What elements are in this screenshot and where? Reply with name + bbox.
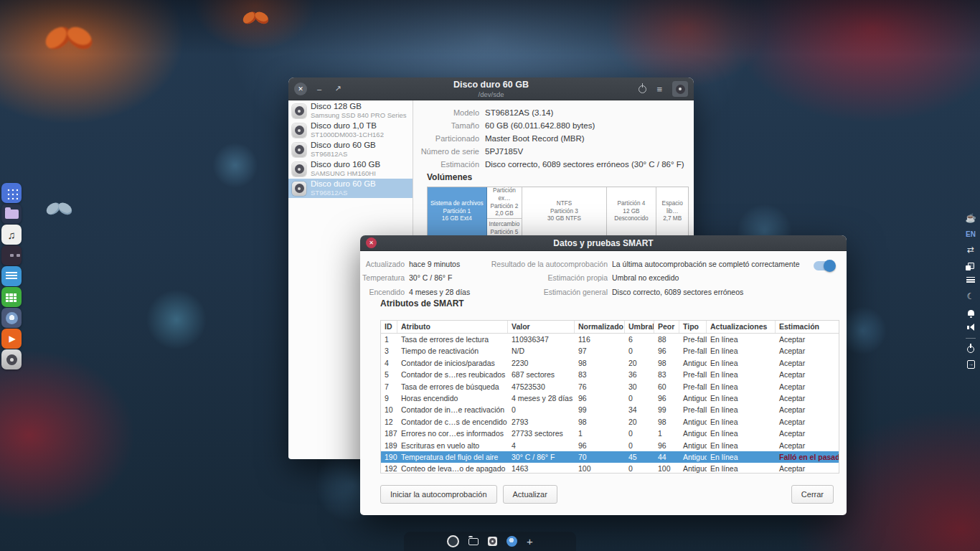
sidebar-disk-item[interactable]: Disco duro 1,0 TBST1000DM003-1CH162 [288,121,413,140]
grid-dots [6,187,18,199]
smart-info-label: Resultado de la autocomprobación [481,260,608,268]
refresh-button[interactable]: Actualizar [503,485,557,504]
menu-lines-icon[interactable] [966,276,975,285]
volume-partition[interactable]: Partición 412 GB Desconocido [607,187,657,236]
table-row[interactable]: 190Temperatura del flujo del aire30° C /… [381,451,839,463]
table-header-cell[interactable]: Atributo [397,321,508,333]
table-header-cell[interactable]: Tipo [679,321,707,333]
notifications-icon[interactable] [968,308,974,316]
volume-partition[interactable]: NTFSPartición 330 GB NTFS [522,187,606,236]
table-header-cell[interactable]: Valor [508,321,575,333]
disk-glyph [295,126,304,135]
table-cell-threshold: 20 [625,416,654,428]
file-manager-icon[interactable] [1,204,22,224]
table-cell-threshold: 34 [625,404,654,415]
table-row[interactable]: 192Conteo de leva…o de apagado1463100010… [381,463,839,474]
smart-info-value: 30° C / 86° F [409,273,452,282]
table-row[interactable]: 3Tiempo de reactivaciónN/D97096Pre-fallo… [381,345,839,357]
volume-partition-label: IntercambioPartición 5 [487,219,522,236]
sync-icon[interactable]: ⇄ [967,245,974,255]
disk-item-subtitle: ST96812AS [311,189,376,197]
disks-app-icon[interactable] [1,349,22,369]
sidebar-disk-item[interactable]: Disco duro 160 GBSAMSUNG HM160HI [288,159,413,179]
table-header-cell[interactable]: Normalizado [575,321,625,333]
table-header-cell[interactable]: Umbral [625,321,654,333]
table-cell-assessment: Aceptar [776,345,839,357]
disk-icon [292,182,306,196]
sidebar-disk-item[interactable]: Disco duro 60 GBST96812AS [288,179,413,198]
table-cell-value: 27733 sectores [508,428,575,439]
spreadsheet-icon[interactable] [1,287,22,307]
disks-taskbar-icon[interactable] [488,537,497,546]
close-button[interactable]: ✕ [366,237,377,248]
disk-item-subtitle: SAMSUNG HM160HI [311,170,380,178]
table-header-cell[interactable]: ID [381,321,397,333]
maximize-button[interactable]: ↗ [331,83,344,95]
volume-line: Partición 4 [618,200,646,208]
hamburger-menu-icon[interactable]: ≡ [656,84,662,95]
table-cell-attribute: Tasa de errores de búsqueda [397,381,508,392]
table-row[interactable]: 189Escrituras en vuelo alto496096Antiguo… [381,440,839,451]
toggle-knob [824,260,836,272]
table-cell-attribute: Errores no cor…es informados [397,428,508,439]
table-cell-type: Pre-fallo [679,381,707,392]
smart-dialog-titlebar[interactable]: ✕ Datos y pruebas SMART [360,235,847,251]
table-cell-assessment: Aceptar [776,381,839,392]
close-button[interactable]: ✕ [294,83,307,95]
drive-power-icon[interactable] [639,85,646,93]
workspace-circle-icon[interactable] [447,535,459,547]
drive-settings-button[interactable] [672,81,688,97]
table-row[interactable]: 5Contador de s…res reubicados687 sectore… [381,369,839,380]
power-menu-icon[interactable] [967,345,974,354]
table-row[interactable]: 1Tasa de errores de lectura1109363471166… [381,334,839,345]
terminal-icon[interactable] [1,245,22,265]
volume-partition-label: Partición ex…Partición 22,0 GB [487,187,522,219]
lines-icon [966,277,975,284]
globe-icon [6,312,18,324]
smart-info-value: 4 meses y 28 días [409,288,470,296]
volume-partition[interactable]: Sistema de archivosPartición 116 GB Ext4 [428,187,487,236]
table-header-cell[interactable]: Actualizaciones [707,321,776,333]
table-cell-assessment: Aceptar [776,428,839,439]
start-selftest-button[interactable]: Iniciar la autocomprobación [380,485,497,504]
video-player-icon[interactable]: ▶ [1,329,22,349]
close-dialog-button[interactable]: Cerrar [791,485,834,504]
music-player-icon[interactable]: ♫ [1,225,22,245]
info-label: Tamaño [413,121,479,130]
table-header-cell[interactable]: Estimación [776,321,839,333]
disks-titlebar[interactable]: ✕ – ↗ Disco duro 60 GB /dev/sde ≡ [288,77,694,100]
volume-extended-partition[interactable]: Partición ex…Partición 22,0 GBIntercambi… [487,187,523,236]
table-cell-type: Pre-fallo [679,404,707,415]
clipboard-icon[interactable] [968,261,974,270]
volume-icon[interactable] [967,323,974,331]
browser-taskbar-icon[interactable] [507,536,517,547]
table-row[interactable]: 7Tasa de errores de búsqueda475235307630… [381,381,839,392]
files-icon[interactable] [468,538,479,545]
browser-icon[interactable] [1,308,22,328]
text-editor-icon[interactable] [1,266,22,286]
table-cell-id: 3 [381,345,397,357]
keyboard-layout-indicator[interactable]: EN [966,230,976,238]
table-header-cell[interactable]: Peor [654,321,679,333]
table-cell-type: Antiguo [679,451,707,463]
table-cell-threshold: 30 [625,381,654,392]
table-row[interactable]: 12Contador de c…s de encendido2793982098… [381,416,839,428]
sidebar-disk-item[interactable]: Disco 128 GBSamsung SSD 840 PRO Series [288,101,413,121]
logout-icon[interactable]: → [967,360,975,369]
table-row[interactable]: 9Horas encendido4 meses y 28 días96096An… [381,392,839,404]
night-mode-icon[interactable]: ☾ [967,291,975,301]
volume-partition[interactable]: Espacio lib…2,7 MB [656,187,688,236]
table-row[interactable]: 187Errores no cor…es informados27733 sec… [381,428,839,439]
sidebar-disk-item[interactable]: Disco duro 60 GBST96812AS [288,140,413,159]
volume-line: 30 GB NTFS [547,215,581,223]
table-cell-assessment: Aceptar [776,416,839,428]
app-grid-icon[interactable] [1,183,22,203]
table-cell-worst: 100 [654,463,679,474]
table-cell-value: 30° C / 86° F [508,451,575,463]
smart-enabled-toggle[interactable] [814,261,834,270]
add-icon[interactable]: + [527,536,533,547]
minimize-button[interactable]: – [313,83,326,95]
table-row[interactable]: 10Contador de in…e reactivación0993499Pr… [381,404,839,415]
caffeine-icon[interactable]: ☕ [966,213,976,223]
table-row[interactable]: 4Contador de inicios/paradas2230982098An… [381,357,839,369]
